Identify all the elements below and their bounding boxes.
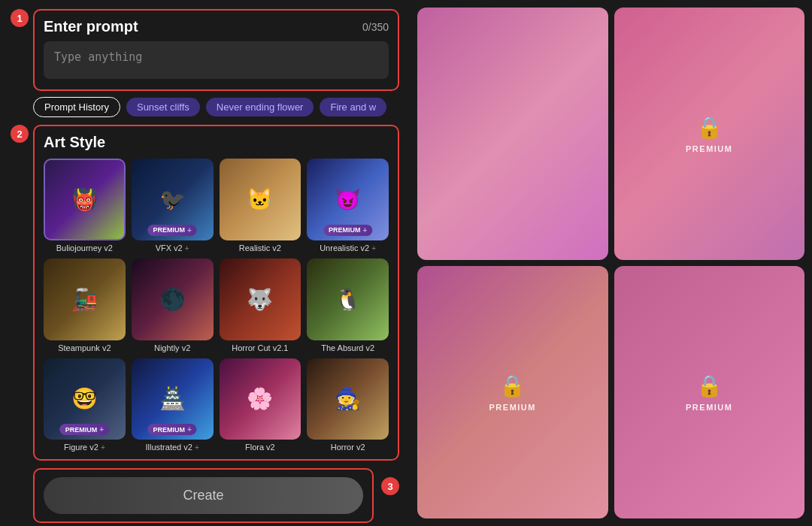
preview-card-4: 🔒 PREMIUM (614, 266, 805, 518)
art-thumb-absurd: 🐧 (307, 258, 389, 340)
art-item-vfx[interactable]: 🐦‍⬛ PREMIUM + VFX v2 + (132, 159, 214, 252)
preview-premium-text-3: PREMIUM (489, 403, 536, 412)
vfx-premium-text: PREMIUM (153, 226, 185, 234)
art-item-horror-cut[interactable]: 🐺 Horror Cut v2.1 (220, 258, 301, 352)
prompt-history-chip[interactable]: Prompt History (33, 97, 120, 117)
chip-tag-1[interactable]: Sunset cliffs (126, 98, 200, 116)
illustrated-plus-icon: + (187, 425, 192, 434)
prompt-section-content: Enter prompt 0/350 Prompt History Sunset… (33, 9, 399, 117)
chip-tag-3[interactable]: Fire and w (320, 98, 386, 116)
art-thumb-horror-cut: 🐺 (220, 258, 301, 340)
art-style-grid: 👹 Buliojourney v2 🐦‍⬛ PREMIUM + (44, 159, 389, 452)
preview-card-2: 🔒 PREMIUM (614, 8, 805, 260)
vfx-premium-badge: PREMIUM + (147, 225, 196, 236)
art-style-section: Art Style 👹 Buliojourney v2 🐦‍⬛ (33, 125, 399, 461)
art-label-flora: Flora v2 (245, 443, 275, 452)
art-style-section-wrapper: 2 Art Style 👹 Buliojourney v2 🐦‍⬛ (11, 125, 399, 461)
art-label-horror-cut: Horror Cut v2.1 (232, 343, 288, 352)
illustrated-premium-text: PREMIUM (153, 426, 185, 434)
horror-cut-icon: 🐺 (220, 258, 301, 340)
chips-row: Prompt History Sunset cliffs Never endin… (33, 97, 399, 117)
create-section: Create (33, 468, 374, 523)
art-style-section-content: Art Style 👹 Buliojourney v2 🐦‍⬛ (33, 125, 399, 461)
art-item-nightly[interactable]: 🌑 Nightly v2 (132, 258, 214, 352)
art-label-realistic: Realistic v2 (239, 243, 281, 252)
art-label-nightly: Nightly v2 (154, 343, 190, 352)
prompt-counter: 0/350 (362, 21, 389, 33)
section-badge-3: 3 (381, 477, 399, 495)
left-panel: 1 Enter prompt 0/350 Prompt History Suns… (0, 0, 410, 526)
art-label-unrealistic: Unrealistic v2 + (320, 243, 376, 252)
preview-premium-text-4: PREMIUM (686, 403, 732, 412)
right-panel: 🔒 PREMIUM 🔒 PREMIUM 🔒 PREMIUM (410, 0, 812, 526)
prompt-section: Enter prompt 0/350 (33, 9, 399, 91)
preview-premium-overlay-2: 🔒 PREMIUM (686, 115, 732, 153)
figure-premium-badge: PREMIUM + (60, 424, 109, 435)
figure-premium-text: PREMIUM (65, 426, 98, 434)
art-thumb-nightly: 🌑 (132, 258, 214, 340)
illustrated-premium-badge: PREMIUM + (147, 424, 196, 435)
art-item-unrealistic[interactable]: 😈 PREMIUM + Unrealistic v2 + (307, 159, 389, 252)
unrealistic-plus-icon: + (362, 226, 367, 234)
art-label-horror: Horror v2 (331, 443, 365, 452)
art-label-steampunk: Steampunk v2 (58, 343, 111, 352)
unrealistic-premium-text: PREMIUM (329, 226, 361, 234)
prompt-section-wrapper: 1 Enter prompt 0/350 Prompt History Suns… (11, 9, 399, 117)
art-thumb-unrealistic: 😈 PREMIUM + (307, 159, 389, 240)
art-label-illustrated: Illustrated v2 + (145, 443, 198, 452)
art-item-horror[interactable]: 🧙 Horror v2 (307, 358, 389, 452)
create-section-wrapper: Create 3 (11, 468, 399, 523)
section-badge-1: 1 (11, 9, 29, 27)
nightly-icon: 🌑 (132, 258, 214, 340)
flora-icon: 🌸 (220, 358, 301, 440)
art-thumb-figure: 🤓 PREMIUM + (44, 358, 126, 440)
absurd-icon: 🐧 (307, 258, 389, 340)
preview-card-1 (417, 8, 608, 260)
art-label-absurd: The Absurd v2 (321, 343, 374, 352)
prompt-header: Enter prompt 0/350 (44, 18, 389, 35)
art-thumb-realistic: 🐱 (220, 159, 301, 240)
prompt-input[interactable] (44, 41, 389, 79)
buliojourney-icon: 👹 (45, 160, 124, 239)
art-item-steampunk[interactable]: 🚂 Steampunk v2 (44, 258, 126, 352)
art-label-vfx: VFX v2 + (156, 243, 189, 252)
create-section-content: Create (33, 468, 374, 523)
art-style-title: Art Style (44, 134, 389, 151)
art-thumb-buliojourney: 👹 (44, 159, 126, 240)
art-item-absurd[interactable]: 🐧 The Absurd v2 (307, 258, 389, 352)
preview-premium-overlay-3: 🔒 PREMIUM (489, 373, 536, 412)
art-thumb-illustrated: 🏯 PREMIUM + (132, 358, 214, 440)
art-thumb-horror: 🧙 (307, 358, 389, 440)
chip-tag-2[interactable]: Never ending flower (206, 98, 314, 116)
steampunk-icon: 🚂 (44, 258, 126, 340)
lock-icon-3: 🔒 (499, 373, 526, 398)
prompt-title: Enter prompt (44, 18, 138, 35)
art-label-buliojourney: Buliojourney v2 (56, 243, 113, 252)
lock-icon-4: 🔒 (696, 373, 723, 398)
preview-card-3: 🔒 PREMIUM (417, 266, 608, 518)
preview-premium-overlay-4: 🔒 PREMIUM (686, 373, 732, 412)
preview-premium-text-2: PREMIUM (686, 144, 732, 153)
vfx-plus-icon: + (187, 226, 192, 234)
unrealistic-premium-badge: PREMIUM + (323, 225, 372, 236)
art-item-flora[interactable]: 🌸 Flora v2 (220, 358, 301, 452)
art-item-figure[interactable]: 🤓 PREMIUM + Figure v2 + (44, 358, 126, 452)
realistic-icon: 🐱 (220, 159, 301, 240)
horror-icon: 🧙 (307, 358, 389, 440)
art-item-realistic[interactable]: 🐱 Realistic v2 (220, 159, 301, 252)
art-thumb-vfx: 🐦‍⬛ PREMIUM + (132, 159, 214, 240)
figure-plus-icon: + (99, 425, 104, 434)
section-badge-2: 2 (11, 125, 29, 143)
art-item-buliojourney[interactable]: 👹 Buliojourney v2 (44, 159, 126, 252)
art-label-figure: Figure v2 + (64, 443, 105, 452)
art-thumb-flora: 🌸 (220, 358, 301, 440)
art-item-illustrated[interactable]: 🏯 PREMIUM + Illustrated v2 + (132, 358, 214, 452)
create-button[interactable]: Create (44, 477, 363, 514)
art-thumb-steampunk: 🚂 (44, 258, 126, 340)
lock-icon-2: 🔒 (696, 115, 723, 140)
